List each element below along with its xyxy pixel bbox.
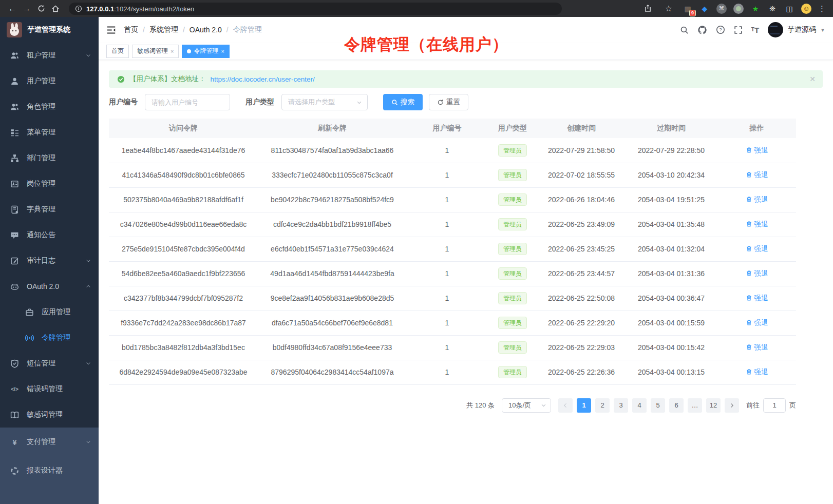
reset-button[interactable]: 重置 <box>429 94 468 110</box>
sidebar-item-sms[interactable]: 短信管理 <box>0 351 99 376</box>
sidebar-item-user[interactable]: 用户管理 <box>0 68 99 94</box>
sidebar-item-sensitive[interactable]: 敏感词管理 <box>0 402 99 428</box>
token-icon <box>25 334 34 342</box>
site-info-icon[interactable] <box>75 5 82 12</box>
sidebar-item-audit[interactable]: 审计日志 <box>0 248 99 274</box>
page-size-select[interactable]: 10条/页 <box>502 398 551 413</box>
user-id-cell: 1 <box>407 360 487 384</box>
audit-icon <box>10 257 19 265</box>
annotation-overlay: 令牌管理（在线用户） <box>344 34 508 55</box>
browser-menu-icon[interactable]: ⋮ <box>818 4 826 13</box>
extension-command-icon[interactable]: ⌘ <box>716 4 727 14</box>
browser-reload-icon[interactable] <box>34 2 48 16</box>
breadcrumb-item[interactable]: OAuth 2.0 <box>190 26 222 34</box>
force-logout-button[interactable]: 强退 <box>746 343 768 352</box>
address-bar[interactable]: 127.0.0.1:1024/system/oauth2/token <box>69 3 562 15</box>
tab-令牌管理[interactable]: 令牌管理× <box>182 45 229 58</box>
page-button[interactable]: 5 <box>651 398 665 413</box>
page-button[interactable]: 4 <box>632 398 647 413</box>
tab-敏感词管理[interactable]: 敏感词管理× <box>132 45 179 58</box>
user-id-cell: 1 <box>407 261 487 286</box>
sidebar-item-oauth2-app[interactable]: 应用管理 <box>0 299 99 325</box>
tab-首页[interactable]: 首页 <box>106 45 129 58</box>
extension-diamond-icon[interactable]: ◆ <box>699 4 710 14</box>
force-logout-button[interactable]: 强退 <box>746 244 768 254</box>
page-button[interactable]: 1 <box>577 398 591 413</box>
table-row: 6d842e2924594de9a09e45e087323abe8796295f… <box>109 360 796 384</box>
force-logout-label: 强退 <box>754 269 768 278</box>
page-button[interactable]: 2 <box>595 398 610 413</box>
extension-panel-icon[interactable]: ◫ <box>784 4 794 14</box>
access-token-cell: 41c41346a548490f9dc8b01c6bfe0865 <box>109 163 258 187</box>
bookmark-star-icon[interactable]: ☆ <box>661 2 676 16</box>
extension-star-icon[interactable]: ★ <box>750 4 761 14</box>
sidebar-item-menu[interactable]: 菜单管理 <box>0 120 99 145</box>
force-logout-button[interactable]: 强退 <box>746 318 768 327</box>
force-logout-button[interactable]: 强退 <box>746 195 768 204</box>
tab-label: 首页 <box>111 47 124 55</box>
browser-forward-icon[interactable]: → <box>20 2 34 16</box>
sidebar-item-oauth2[interactable]: OAuth 2.0 <box>0 274 99 299</box>
sidebar-item-dict[interactable]: 字典管理 <box>0 197 99 222</box>
force-logout-button[interactable]: 强退 <box>746 367 768 377</box>
more-pages-button[interactable]: … <box>688 398 702 413</box>
app-logo[interactable]: 芋道管理系统 <box>0 17 99 43</box>
page-button[interactable]: 3 <box>614 398 628 413</box>
close-tab-icon[interactable]: × <box>221 48 224 54</box>
user-id-label: 用户编号 <box>109 98 138 107</box>
pager: 123456…12 <box>558 398 739 413</box>
force-logout-button[interactable]: 强退 <box>746 294 768 303</box>
font-size-icon[interactable]: TT <box>751 26 759 34</box>
search-icon[interactable] <box>680 26 689 34</box>
sidebar-collapse-icon[interactable] <box>106 25 116 35</box>
prev-page-button[interactable] <box>558 398 573 413</box>
sidebar-item-tenant[interactable]: 租户管理 <box>0 43 99 68</box>
sidebar-item-pay[interactable]: ¥支付管理 <box>0 428 99 456</box>
created-time-cell: 2022-06-26 18:04:46 <box>538 187 625 212</box>
table-row: c342377bf8b344799dcbf7bf095287f29ce8ef2a… <box>109 286 796 311</box>
page-button[interactable]: 6 <box>669 398 684 413</box>
action-cell: 强退 <box>717 237 796 261</box>
search-button[interactable]: 搜索 <box>383 94 423 110</box>
breadcrumb-item[interactable]: 令牌管理 <box>233 25 262 34</box>
sidebar-item-dept[interactable]: 部门管理 <box>0 145 99 171</box>
jump-page-input[interactable] <box>763 398 786 413</box>
fullscreen-icon[interactable] <box>734 26 743 34</box>
user-menu[interactable]: 芋道源码 ▼ <box>768 22 825 37</box>
report-icon <box>10 467 19 475</box>
column-header: 刷新令牌 <box>258 119 407 138</box>
extension-record-icon[interactable] <box>733 4 744 14</box>
force-logout-button[interactable]: 强退 <box>746 269 768 278</box>
sidebar-item-post[interactable]: 岗位管理 <box>0 171 99 197</box>
force-logout-button[interactable]: 强退 <box>746 170 768 180</box>
help-icon[interactable]: ? <box>716 25 725 34</box>
action-cell: 强退 <box>717 261 796 286</box>
user-type-select[interactable]: 请选择用户类型 <box>281 94 368 110</box>
sidebar-item-role[interactable]: 角色管理 <box>0 94 99 120</box>
user-id-input[interactable] <box>145 94 230 110</box>
profile-emoji-icon[interactable]: ☺ <box>801 4 811 14</box>
sidebar-item-report[interactable]: 报表设计器 <box>0 456 99 485</box>
force-logout-button[interactable]: 强退 <box>746 220 768 229</box>
github-icon[interactable] <box>697 25 707 35</box>
created-time-cell: 2022-06-25 22:26:36 <box>538 360 625 384</box>
sidebar-item-oauth2-token[interactable]: 令牌管理 <box>0 325 99 351</box>
browser-back-icon[interactable]: ← <box>5 2 20 16</box>
extension-puzzle-icon[interactable]: ❊ <box>767 4 778 14</box>
refresh-token-cell: 333ecfc71e02480cb11055c875c3ca0f <box>258 163 407 187</box>
sidebar-item-errcode[interactable]: </>错误码管理 <box>0 376 99 402</box>
close-tab-icon[interactable]: × <box>171 48 174 54</box>
sidebar-item-label: 租户管理 <box>27 51 55 60</box>
next-page-button[interactable] <box>725 398 739 413</box>
force-logout-button[interactable]: 强退 <box>746 146 768 155</box>
breadcrumb-item[interactable]: 系统管理 <box>149 25 178 34</box>
close-icon[interactable]: ✕ <box>809 75 816 83</box>
page-button[interactable]: 12 <box>706 398 721 413</box>
share-icon[interactable] <box>640 2 655 16</box>
doc-link[interactable]: https://doc.iocoder.cn/user-center/ <box>211 75 315 83</box>
breadcrumb-item[interactable]: 首页 <box>124 25 138 34</box>
action-cell: 强退 <box>717 138 796 163</box>
extension-grid-icon[interactable]: ▦9 <box>683 4 693 14</box>
sidebar-item-notice[interactable]: 通知公告 <box>0 222 99 248</box>
browser-home-icon[interactable] <box>48 2 63 16</box>
